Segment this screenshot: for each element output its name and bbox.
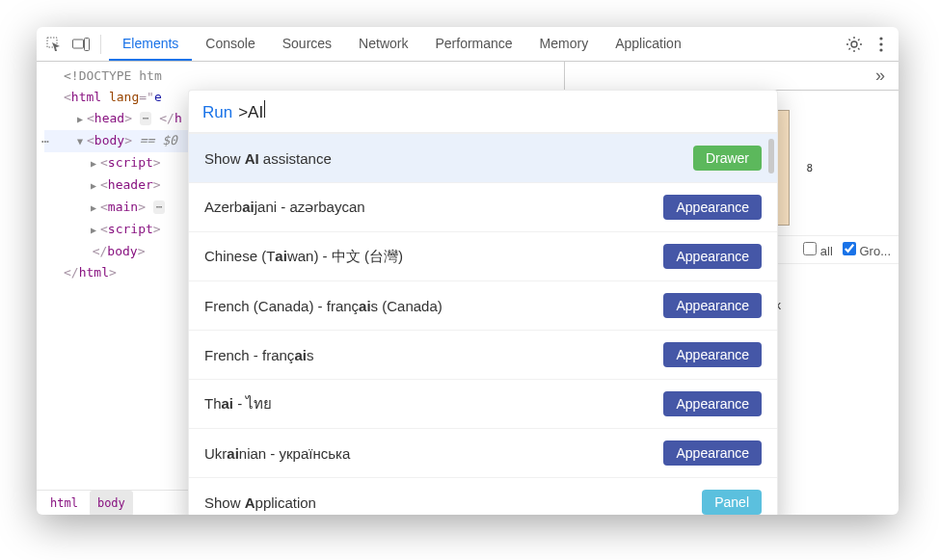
- scrollbar-thumb[interactable]: [768, 139, 774, 173]
- tab-network[interactable]: Network: [345, 27, 421, 61]
- palette-item-label: Ukrainian - українська: [204, 445, 350, 462]
- top-tabs: Elements Console Sources Network Perform…: [109, 27, 695, 61]
- palette-item-label: French (Canada) - français (Canada): [204, 298, 443, 314]
- crumb-body[interactable]: body: [90, 491, 133, 516]
- palette-item[interactable]: Chinese (Taiwan) - 中文 (台灣)Appearance: [189, 231, 777, 280]
- palette-item-badge: Appearance: [663, 342, 762, 367]
- palette-item-label: Show Application: [204, 494, 316, 511]
- palette-item-label: Show AI assistance: [204, 150, 332, 167]
- palette-item-badge: Appearance: [663, 440, 762, 466]
- toolbar: Elements Console Sources Network Perform…: [37, 27, 899, 62]
- crumb-html[interactable]: html: [42, 491, 86, 516]
- svg-rect-1: [73, 40, 84, 48]
- palette-item-label: French - français: [204, 347, 313, 363]
- inspect-icon[interactable]: [42, 33, 66, 56]
- group-checkbox[interactable]: Gro...: [843, 242, 891, 258]
- palette-item-badge: Drawer: [693, 146, 762, 171]
- command-palette-list: Show AI assistanceDrawerAzerbaijani - az…: [189, 133, 777, 515]
- command-palette-input[interactable]: Run >AI: [189, 91, 777, 133]
- palette-item-badge: Appearance: [663, 244, 762, 269]
- styles-subtabs: »: [565, 62, 899, 91]
- palette-item-badge: Panel: [702, 490, 762, 515]
- palette-query: >AI: [238, 103, 263, 122]
- svg-point-5: [879, 42, 882, 45]
- palette-item[interactable]: Show ApplicationPanel: [189, 477, 777, 515]
- kebab-menu-icon[interactable]: [870, 33, 893, 56]
- svg-point-3: [851, 41, 857, 47]
- show-all-checkbox[interactable]: all: [803, 242, 833, 258]
- text-caret: [264, 100, 265, 118]
- palette-item-badge: Appearance: [663, 293, 762, 318]
- run-prefix: Run: [202, 103, 232, 122]
- palette-item[interactable]: Ukrainian - українськаAppearance: [189, 428, 777, 477]
- palette-item[interactable]: Show AI assistanceDrawer: [189, 133, 777, 182]
- settings-icon[interactable]: [843, 33, 866, 56]
- tab-elements[interactable]: Elements: [109, 27, 192, 61]
- svg-point-6: [879, 48, 882, 51]
- tab-performance[interactable]: Performance: [421, 27, 525, 61]
- tab-console[interactable]: Console: [192, 27, 268, 61]
- palette-item[interactable]: Thai - ไทยAppearance: [189, 379, 777, 428]
- separator: [100, 35, 101, 54]
- command-palette: Run >AI Show AI assistanceDrawerAzerbaij…: [188, 90, 778, 515]
- palette-item[interactable]: French (Canada) - français (Canada)Appea…: [189, 280, 777, 330]
- palette-item-label: Chinese (Taiwan) - 中文 (台灣): [204, 248, 403, 266]
- palette-item-label: Thai - ไทย: [204, 392, 272, 415]
- svg-rect-2: [85, 38, 90, 50]
- tab-application[interactable]: Application: [602, 27, 695, 61]
- tab-memory[interactable]: Memory: [526, 27, 603, 61]
- dom-doctype: <!DOCTYPE htm: [44, 66, 564, 87]
- palette-item[interactable]: Azerbaijani - azərbaycanAppearance: [189, 182, 777, 231]
- more-tabs-icon[interactable]: »: [870, 66, 893, 86]
- palette-item-badge: Appearance: [663, 391, 762, 416]
- palette-item-badge: Appearance: [663, 195, 762, 220]
- palette-item[interactable]: French - françaisAppearance: [189, 330, 777, 379]
- tab-sources[interactable]: Sources: [269, 27, 345, 61]
- svg-point-4: [879, 37, 882, 40]
- device-toggle-icon[interactable]: [69, 33, 93, 56]
- palette-item-label: Azerbaijani - azərbaycan: [204, 199, 365, 216]
- box-model-right: 8: [806, 162, 813, 174]
- devtools-window: Elements Console Sources Network Perform…: [37, 27, 899, 515]
